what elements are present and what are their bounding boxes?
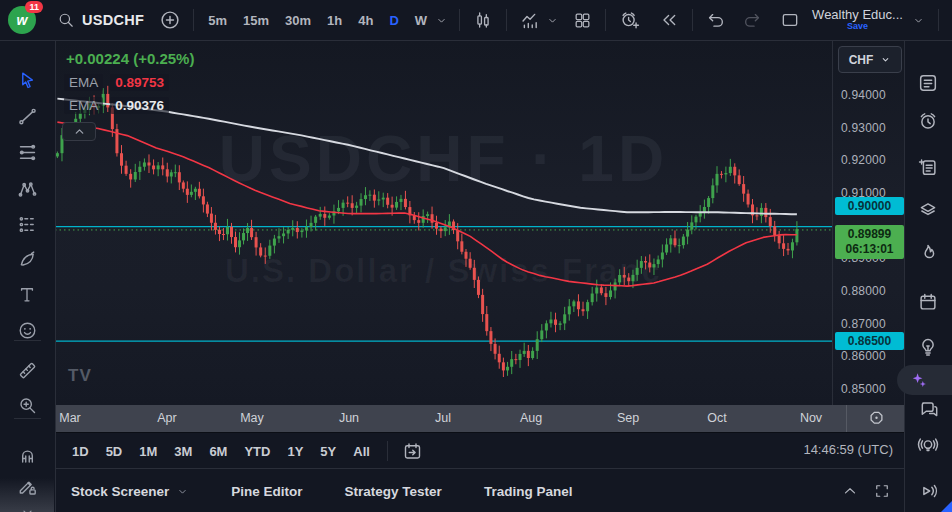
trading-panel-tab[interactable]: Trading Panel [484,484,573,499]
time-axis-label: May [235,411,269,425]
sidebar-layers-button[interactable] [913,194,943,224]
divider [692,9,693,31]
price-axis[interactable]: CHF 0.940000.930000.920000.910000.890000… [832,40,906,405]
redo-button[interactable] [738,6,766,34]
price-tick-label: 0.92000 [841,153,886,167]
timeframe-group: 5m15m30m1h4hDW [203,10,432,31]
countdown-timer: 06:13:01 [835,242,904,257]
chevron-down-icon [880,54,891,65]
sidebar-notes-button[interactable] [913,152,943,182]
ema-label: EMA [64,74,103,91]
tool-zoom-in[interactable] [11,389,43,421]
layout-grid-button[interactable] [568,6,596,34]
pine-editor-tab[interactable]: Pine Editor [231,484,302,499]
corner-accent [941,501,952,512]
timeframe-30m[interactable]: 30m [280,10,316,31]
alert-create-button[interactable] [615,6,643,34]
market-status-clock-icon[interactable] [948,6,952,34]
range-ytd-button[interactable]: YTD [244,444,270,459]
tool-emoji[interactable] [11,314,43,346]
time-axis[interactable]: MarAprMayJunJulAugSepOctNov [55,405,905,432]
range-1y-button[interactable]: 1Y [287,444,303,459]
legend-collapse-button[interactable] [62,122,96,141]
indicator-legend-row[interactable]: EMA 0.89753 [64,74,169,91]
trend-line-icon [17,106,38,127]
tradingview-logo-watermark[interactable]: TV [68,366,92,386]
sidebar-streams-button[interactable] [913,476,943,506]
divider [506,9,507,31]
footer-tab-label: Trading Panel [484,484,573,499]
ema-slow-value: 0.90376 [110,97,169,114]
user-avatar[interactable]: w 11 [8,6,36,34]
timeframe-dropdown-chevron-icon[interactable] [432,6,450,34]
price-tick-label: 0.93000 [841,121,886,135]
tool-trend-line[interactable] [11,100,43,132]
sidebar-hotlists-button[interactable] [913,238,943,268]
footer-right-controls [841,482,891,500]
watchlist-icon [917,72,939,94]
timeframe-W[interactable]: W [410,10,432,31]
tool-forecast[interactable] [11,208,43,240]
layout-chevron-icon[interactable] [909,6,929,34]
sidebar-chat-button[interactable] [913,394,943,424]
range-all-button[interactable]: All [353,444,370,459]
timeframe-5m[interactable]: 5m [203,10,232,31]
strategy-tester-tab[interactable]: Strategy Tester [345,484,442,499]
range-6m-button[interactable]: 6M [209,444,227,459]
compare-add-symbol-button[interactable] [156,6,184,34]
layout-name-button[interactable]: Wealthy Educ... Save [812,8,903,31]
layers-icon [917,198,939,220]
indicators-chevron-icon[interactable] [544,6,560,34]
range-5y-button[interactable]: 5Y [320,444,336,459]
timeframe-1h[interactable]: 1h [322,10,347,31]
layout-rect-icon[interactable] [776,6,804,34]
timeframe-D[interactable]: D [384,10,403,31]
text-icon [17,285,37,305]
chart-canvas[interactable] [55,40,832,405]
symbol-search-button[interactable]: USDCHF [56,6,144,34]
sidebar-watchlist-button[interactable] [913,68,943,98]
zoom-in-icon [17,395,38,416]
utc-clock[interactable]: 14:46:59 (UTC) [803,442,893,457]
range-5d-button[interactable]: 5D [106,444,123,459]
timeframe-4h[interactable]: 4h [353,10,378,31]
ema-fast-value: 0.89753 [110,74,169,91]
timeframe-15m[interactable]: 15m [238,10,274,31]
right-sidebar [904,40,952,512]
tool-cursor[interactable] [11,64,43,96]
ruler-icon [17,360,38,381]
last-price-label: 0.8989906:13:01 [835,225,904,259]
currency-toggle-button[interactable]: CHF [838,46,902,73]
sidebar-alerts-button[interactable] [913,106,943,136]
go-to-date-button[interactable] [402,441,423,462]
tool-brush[interactable] [11,243,43,275]
sidebar-live-ideas-button[interactable] [913,430,943,460]
tool-pattern-xabcd[interactable] [11,173,43,205]
tool-text[interactable] [11,279,43,311]
level-price-label: 0.86500 [835,332,904,350]
chart-style-button[interactable] [469,6,497,34]
undo-button[interactable] [702,6,730,34]
indicators-button[interactable] [516,6,544,34]
stock-screener-tab[interactable]: Stock Screener [71,484,189,499]
tool-fib-retracement[interactable] [11,136,43,168]
tool-ruler[interactable] [11,354,43,386]
tool-more[interactable] [11,496,43,512]
chart-settings-gear-icon[interactable] [858,407,894,430]
chat-icon [917,398,939,420]
range-3m-button[interactable]: 3M [174,444,192,459]
bar-replay-button[interactable] [655,6,683,34]
fullscreen-button[interactable] [873,482,891,500]
footer-tab-label: Strategy Tester [345,484,442,499]
sidebar-calendar-button[interactable] [913,287,943,317]
tool-magnet[interactable] [11,439,43,471]
sidebar-ideas-button[interactable] [913,332,943,362]
range-1d-button[interactable]: 1D [72,444,89,459]
sidebar-ai-sparkles-button[interactable] [897,365,952,395]
panel-expand-chevron-button[interactable] [841,482,859,500]
range-1m-button[interactable]: 1M [139,444,157,459]
indicator-legend-row[interactable]: EMA 0.90376 [64,97,169,114]
chevron-down-icon [176,485,189,498]
save-button[interactable]: Save [847,22,868,31]
axis-divider [846,405,847,432]
